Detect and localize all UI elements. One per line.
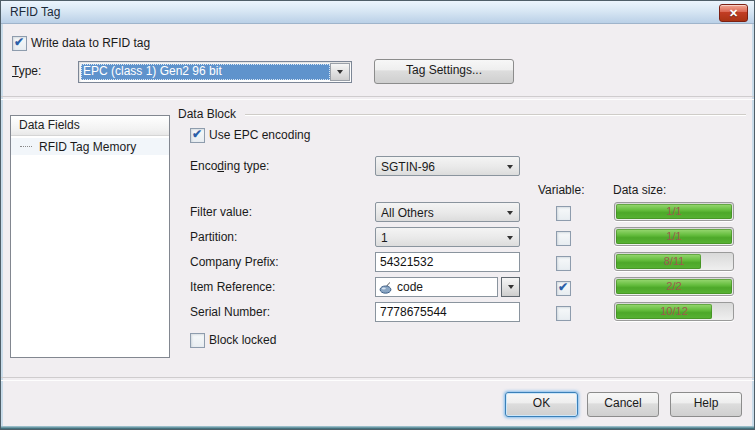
item-reference-combobox[interactable]: code bbox=[375, 277, 520, 297]
tree-item-rfid-tag-memory[interactable]: RFID Tag Memory bbox=[11, 138, 169, 155]
partition-label: Partition: bbox=[190, 230, 237, 244]
field-row-company-prefix: Company Prefix: 8/11 bbox=[0, 252, 755, 274]
encoding-type-combobox[interactable]: SGTIN-96 bbox=[375, 156, 520, 176]
serial-number-size-text: 10/12 bbox=[615, 305, 733, 317]
serial-number-variable-checkbox[interactable] bbox=[556, 306, 571, 321]
partition-variable-checkbox[interactable] bbox=[556, 231, 571, 246]
company-prefix-size-text: 8/11 bbox=[615, 255, 733, 267]
data-size-column-header: Data size: bbox=[613, 183, 666, 197]
chevron-down-icon bbox=[508, 285, 514, 289]
cancel-button[interactable]: Cancel bbox=[587, 392, 659, 417]
tree-item-label: RFID Tag Memory bbox=[39, 140, 136, 154]
chevron-down-icon bbox=[507, 236, 513, 240]
filter-value-value: All Others bbox=[381, 206, 499, 220]
close-icon: ✕ bbox=[720, 5, 747, 21]
item-reference-field[interactable]: code bbox=[375, 277, 498, 297]
type-label: Type: bbox=[12, 64, 41, 78]
company-prefix-input[interactable] bbox=[375, 252, 520, 272]
data-block-group-line bbox=[245, 114, 746, 115]
field-row-serial-number: Serial Number: 10/12 bbox=[0, 302, 755, 324]
filter-value-combobox[interactable]: All Others bbox=[375, 202, 520, 222]
item-reference-variable-checkbox[interactable] bbox=[556, 281, 571, 296]
top-separator bbox=[1, 96, 754, 100]
tag-settings-button[interactable]: Tag Settings... bbox=[374, 59, 514, 84]
item-reference-label: Item Reference: bbox=[190, 280, 275, 294]
filter-value-label: Filter value: bbox=[190, 205, 252, 219]
data-block-group-title: Data Block bbox=[178, 107, 236, 121]
partition-size-bar: 1/1 bbox=[614, 227, 734, 246]
close-button[interactable]: ✕ bbox=[719, 4, 748, 22]
encoding-type-label: Encoding type: bbox=[190, 159, 269, 173]
chevron-down-icon bbox=[337, 70, 343, 74]
field-row-partition: Partition: 1 1/1 bbox=[0, 227, 755, 249]
type-combobox-value: EPC (class 1) Gen2 96 bit bbox=[81, 64, 330, 80]
write-data-label: Write data to RFID tag bbox=[31, 36, 150, 50]
serial-number-size-bar: 10/12 bbox=[614, 302, 734, 321]
block-locked-checkbox[interactable] bbox=[190, 333, 205, 348]
ok-button[interactable]: OK bbox=[505, 392, 578, 417]
item-reference-value: code bbox=[397, 280, 423, 294]
data-source-icon bbox=[379, 281, 393, 294]
help-button[interactable]: Help bbox=[670, 392, 742, 417]
item-reference-dropdown[interactable] bbox=[501, 277, 520, 297]
data-fields-header: Data Fields bbox=[11, 116, 169, 136]
field-row-item-reference: Item Reference: code 2/2 bbox=[0, 277, 755, 299]
company-prefix-variable-checkbox[interactable] bbox=[556, 256, 571, 271]
serial-number-label: Serial Number: bbox=[190, 305, 270, 319]
chevron-down-icon bbox=[507, 211, 513, 215]
use-epc-encoding-checkbox[interactable] bbox=[190, 128, 205, 143]
company-prefix-size-bar: 8/11 bbox=[614, 252, 734, 271]
rfid-tag-dialog: RFID Tag ✕ Write data to RFID tag Type: … bbox=[0, 0, 755, 430]
filter-value-variable-checkbox[interactable] bbox=[556, 206, 571, 221]
partition-combobox[interactable]: 1 bbox=[375, 227, 520, 247]
window-title: RFID Tag bbox=[10, 5, 60, 19]
serial-number-input[interactable] bbox=[375, 302, 520, 322]
write-data-checkbox[interactable] bbox=[12, 36, 27, 51]
company-prefix-label: Company Prefix: bbox=[190, 255, 279, 269]
tree-branch-icon bbox=[20, 146, 32, 147]
type-combobox[interactable]: EPC (class 1) Gen2 96 bit bbox=[78, 61, 352, 83]
item-reference-size-bar: 2/2 bbox=[614, 277, 734, 296]
variable-column-header: Variable: bbox=[538, 183, 584, 197]
filter-value-size-bar: 1/1 bbox=[614, 202, 734, 221]
filter-value-size-text: 1/1 bbox=[615, 205, 733, 217]
field-row-filter-value: Filter value: All Others 1/1 bbox=[0, 202, 755, 224]
item-reference-size-text: 2/2 bbox=[615, 280, 733, 292]
type-combobox-dropdown[interactable] bbox=[330, 63, 350, 81]
block-locked-label: Block locked bbox=[209, 333, 276, 347]
encoding-type-value: SGTIN-96 bbox=[381, 160, 499, 174]
partition-value: 1 bbox=[381, 231, 499, 245]
partition-size-text: 1/1 bbox=[615, 230, 733, 242]
title-bar[interactable]: RFID Tag ✕ bbox=[1, 1, 754, 24]
chevron-down-icon bbox=[507, 165, 513, 169]
footer-separator bbox=[1, 377, 754, 381]
use-epc-encoding-label: Use EPC encoding bbox=[209, 128, 310, 142]
